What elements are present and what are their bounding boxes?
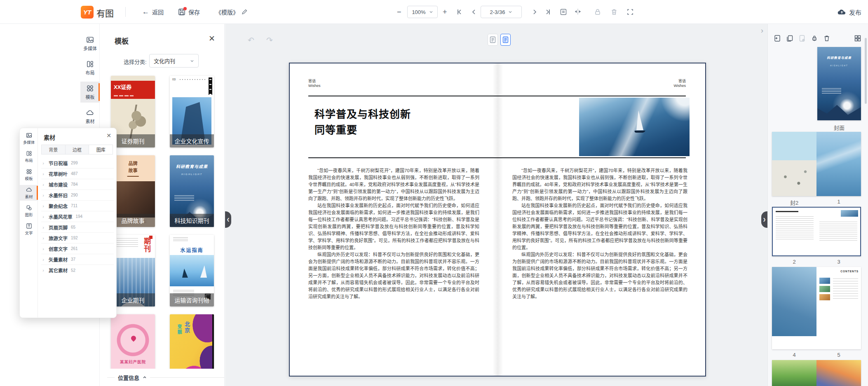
assets-rail-text[interactable]: 文字	[20, 221, 38, 237]
lock-icon[interactable]	[594, 8, 601, 16]
page-thumb-2[interactable]	[773, 208, 816, 255]
template-label: 科技知识期刊	[170, 214, 214, 227]
category-row[interactable]: 聚会纪念 711	[41, 201, 114, 211]
article-body-right-page[interactable]: “忽如一夜春风来，千树万树梨花开”，建国70年来，特别是改革开放以来，随着我国经…	[512, 167, 687, 300]
paragraph: “忽如一夜春风来，千树万树梨花开”，建国70年来，特别是改革开放以来，随着我国经…	[512, 167, 687, 202]
page-thumb-4[interactable]	[772, 267, 816, 349]
cover-side-title: 变靓	[176, 324, 183, 335]
cover-title: 科研教育与成果	[170, 163, 214, 169]
delete-page-icon[interactable]	[823, 35, 830, 42]
paste-page-icon[interactable]	[798, 35, 806, 42]
page-label: 3	[816, 259, 861, 265]
template-card[interactable]: 品牌故事 品牌故事	[111, 155, 155, 227]
app-logo[interactable]: YT	[81, 6, 94, 19]
assets-rail-multimedia[interactable]: 多媒体	[20, 131, 38, 146]
scrollbar[interactable]	[865, 38, 867, 104]
page-thumb-5[interactable]: CONTENTS	[816, 267, 861, 349]
tab-backgrounds[interactable]: 背景	[41, 145, 66, 154]
template-card[interactable]: 科研教育与成果 HIGHLIGHT 科技知识期刊	[170, 155, 214, 227]
page-thumb-spread[interactable]: CONTENTS	[772, 267, 861, 349]
document-spread[interactable]: 寄语 Wishes 寄语 Wishes 科学普及与科技创新 同等重要 “忽如一夜…	[289, 63, 706, 377]
page-thumb-spread[interactable]	[772, 132, 861, 196]
collapse-left-panel-handle[interactable]: ❮	[225, 211, 231, 228]
fullscreen-icon[interactable]	[626, 8, 634, 16]
document-title[interactable]: 《模版》	[216, 0, 247, 24]
cover-title: XX证券	[111, 81, 155, 99]
page-thumb-3[interactable]	[816, 208, 860, 255]
chevron-right-icon	[41, 236, 45, 241]
page-thumb-spread[interactable]	[772, 360, 861, 386]
close-icon[interactable]	[208, 35, 216, 43]
template-card[interactable]: 水运指南 运输咨询刊物	[170, 235, 214, 306]
position-info-bar[interactable]: 位置信息	[100, 369, 224, 386]
chevron-down-icon	[190, 59, 194, 63]
category-row[interactable]: 矢量素材 37	[41, 254, 114, 265]
sailboat-photo[interactable]	[579, 98, 690, 156]
canvas-area[interactable]: 寄语 Wishes 寄语 Wishes 科学普及与科技创新 同等重要 “忽如一夜…	[225, 24, 767, 386]
close-icon[interactable]	[106, 132, 111, 139]
zoom-out-button[interactable]	[397, 0, 401, 24]
category-row[interactable]: 创意文字 261	[41, 243, 114, 254]
divider	[107, 377, 115, 378]
page-thumb-cover[interactable]: 科研教育与成果 HIGHLIGHT	[817, 47, 861, 120]
category-row[interactable]: 花草树叶 487	[41, 168, 114, 179]
add-page-icon[interactable]	[774, 35, 781, 42]
sidebar-item-templates[interactable]: 模板	[80, 82, 100, 103]
category-row[interactable]: 水墨怀旧 290	[41, 190, 114, 201]
category-row[interactable]: 其它素材 52	[41, 265, 114, 276]
grid-view-icon[interactable]	[854, 35, 861, 42]
sidebar-item-layout[interactable]: 布局	[80, 57, 100, 78]
page-settings-icon[interactable]	[560, 8, 567, 16]
expand-right-panel-handle[interactable]: ❯	[761, 211, 767, 228]
clear-page-icon[interactable]	[811, 35, 818, 42]
assets-rail-templates[interactable]: 模板	[20, 167, 38, 182]
article-body-left-page[interactable]: “忽如一夜春风来，千树万树梨花开”，建国70年来，特别是改革开放以来，随着我国经…	[308, 167, 479, 300]
undo-icon[interactable]	[248, 35, 256, 44]
template-card[interactable]: XX证券 证券期刊	[111, 76, 155, 147]
tab-gallery[interactable]: 图库	[89, 145, 113, 154]
cover-text-lines	[173, 237, 188, 241]
collapse-right-panel-icon[interactable]	[761, 26, 763, 35]
category-select[interactable]: 文化内刊	[149, 54, 199, 68]
mirror-flip-icon[interactable]	[574, 8, 582, 16]
spread-view-button[interactable]	[500, 34, 511, 46]
save-button[interactable]: 保存	[178, 0, 200, 24]
page-label: 封面	[817, 124, 861, 131]
back-button[interactable]: 返回	[142, 0, 164, 24]
redo-icon[interactable]	[266, 35, 274, 44]
tab-borders[interactable]: 边框	[66, 145, 89, 154]
sidebar-item-multimedia[interactable]: 多媒体	[80, 33, 100, 54]
chevron-up-icon[interactable]	[143, 375, 147, 379]
assets-rail-shapes[interactable]: 图形	[20, 203, 38, 219]
category-row[interactable]: 城市建设 784	[41, 179, 114, 190]
publish-button[interactable]: 发布	[838, 0, 861, 24]
page-indicator-select[interactable]: 2-3/36	[481, 6, 522, 18]
page-thumb-cover2[interactable]	[772, 132, 816, 196]
first-page-button[interactable]	[456, 8, 463, 16]
category-row[interactable]: 节日祝福 299	[41, 158, 114, 168]
single-page-view-button[interactable]	[488, 34, 498, 46]
template-card[interactable]: 03 企业文化宣传	[170, 76, 214, 147]
template-card[interactable]: 期刊 企业期刊	[111, 235, 155, 306]
sidebar-item-assets[interactable]: 素材	[80, 106, 100, 127]
page-thumb-1[interactable]	[816, 132, 861, 196]
category-row[interactable]: 旅游文字 192	[41, 233, 114, 243]
page-thumb-spread-selected[interactable]	[772, 207, 861, 256]
copy-page-icon[interactable]	[786, 35, 793, 42]
last-page-button[interactable]	[544, 8, 551, 16]
next-page-button[interactable]	[531, 8, 538, 16]
category-row[interactable]: 水墨风花草 194	[41, 211, 114, 222]
page-thumb-7[interactable]	[816, 360, 861, 386]
layout-icon	[26, 150, 32, 157]
assets-rail-assets[interactable]: 素材	[20, 185, 38, 201]
assets-rail-layout[interactable]: 布局	[20, 149, 38, 164]
zoom-level-select[interactable]: 100%	[407, 6, 438, 18]
page-thumb-6[interactable]	[772, 360, 816, 386]
trash-icon[interactable]	[610, 8, 618, 16]
zoom-in-button[interactable]	[443, 0, 447, 24]
shapes-icon	[26, 205, 32, 211]
cover-subtitle: HIGHLIGHT	[170, 173, 214, 175]
edit-pencil-icon[interactable]	[242, 9, 247, 15]
category-row[interactable]: 页眉页脚 65	[41, 222, 114, 233]
prev-page-button[interactable]	[470, 8, 478, 16]
